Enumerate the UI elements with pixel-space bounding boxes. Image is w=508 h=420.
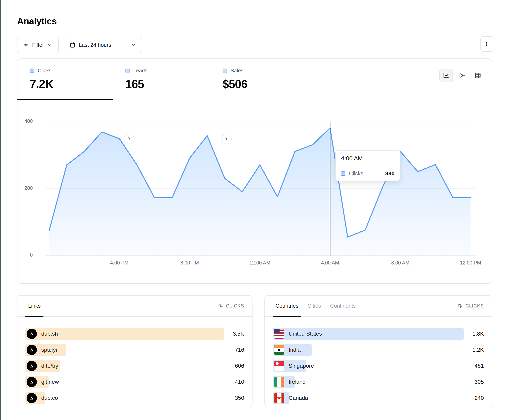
- filter-button[interactable]: Filter: [17, 37, 59, 53]
- row-label: git.new: [41, 379, 59, 385]
- tab-links[interactable]: Links: [28, 296, 41, 316]
- filter-label: Filter: [32, 42, 44, 48]
- list-item[interactable]: Singapore481: [273, 360, 484, 372]
- leads-value: 165: [125, 77, 210, 91]
- row-label: dub.sh: [41, 331, 58, 337]
- stat-tab-sales[interactable]: Sales $506: [210, 59, 307, 100]
- row-label: India: [289, 347, 301, 353]
- row-label: spti.fyi: [41, 347, 57, 353]
- flag-sg-icon: [274, 361, 284, 371]
- list-item[interactable]: Ireland305: [273, 376, 484, 388]
- cursor-click-icon: [457, 303, 463, 309]
- list-item[interactable]: spti.fyi716: [25, 344, 244, 356]
- flag-ie-icon: [274, 377, 284, 387]
- x-axis-tick: 4:00 AM: [321, 260, 339, 266]
- row-value: 240: [464, 395, 484, 401]
- chart-tooltip: 4:00 AM Clicks 380: [336, 150, 400, 181]
- tooltip-value: 380: [385, 170, 395, 177]
- tab-continents[interactable]: Continents: [330, 296, 356, 316]
- tab-countries[interactable]: Countries: [276, 296, 299, 316]
- x-axis: 4:00 PM8:00 PM12:00 AM4:00 AM8:00 AM12:0…: [46, 260, 475, 268]
- stats-row: Clicks 7.2K Leads 165 Sales $506: [17, 59, 492, 100]
- chart-type-toggles: [439, 69, 485, 82]
- y-axis-tick: 200: [11, 185, 33, 191]
- dub-logo-icon: [27, 377, 37, 387]
- metric-label: CLICKS: [466, 303, 484, 309]
- row-label: Singapore: [289, 363, 314, 369]
- row-label: d.to/try: [41, 363, 58, 369]
- cursor-click-icon: [218, 303, 224, 309]
- x-axis-tick: 12:00 PM: [460, 260, 481, 266]
- list-item[interactable]: United States1.8K: [273, 328, 484, 340]
- sales-value: $506: [223, 77, 307, 91]
- dub-logo-icon: [27, 345, 37, 355]
- links-rows: dub.sh3.5Kspti.fyi716d.to/try606git.new4…: [25, 328, 244, 404]
- flag-in-icon: [274, 345, 284, 355]
- kebab-menu-icon: [483, 41, 490, 47]
- links-panel: Links CLICKS dub.sh3.5Kspti.fyi716d.to/t…: [17, 295, 253, 407]
- row-value: 350: [224, 395, 244, 401]
- row-label: United States: [289, 331, 322, 337]
- table-icon: [474, 72, 481, 79]
- x-axis-tick: 12:00 AM: [249, 260, 270, 266]
- date-range-select[interactable]: Last 24 hours: [64, 37, 142, 53]
- stat-tab-leads[interactable]: Leads 165: [113, 59, 210, 100]
- row-value: 1.2K: [464, 347, 484, 353]
- metric-label: CLICKS: [226, 303, 244, 309]
- tooltip-series-swatch: [341, 171, 345, 176]
- row-value: 606: [224, 363, 244, 369]
- x-axis-tick: 8:00 AM: [391, 260, 409, 266]
- page-title: Analytics: [17, 16, 57, 27]
- tooltip-time: 4:00 AM: [336, 151, 400, 167]
- tab-cities[interactable]: Cities: [308, 296, 321, 316]
- flag-ca-icon: [274, 393, 284, 403]
- more-options-button[interactable]: [480, 36, 493, 52]
- row-value: 410: [224, 379, 244, 385]
- row-value: 305: [464, 379, 484, 385]
- dub-logo-icon: [27, 329, 37, 339]
- y-axis-tick: 0: [11, 252, 33, 258]
- tab-label: Continents: [330, 303, 356, 309]
- stat-label: Leads: [133, 68, 147, 74]
- tooltip-series-label: Clicks: [349, 171, 382, 177]
- list-item[interactable]: d.to/try606: [25, 360, 244, 372]
- stat-label: Clicks: [38, 68, 51, 74]
- geo-metric-button[interactable]: CLICKS: [457, 303, 484, 309]
- calendar-icon: [70, 42, 75, 48]
- stat-tab-clicks[interactable]: Clicks 7.2K: [17, 59, 113, 100]
- list-item[interactable]: dub.co350: [25, 392, 244, 404]
- filter-icon: [23, 42, 29, 48]
- row-label: Canada: [289, 395, 308, 401]
- table-toggle-button[interactable]: [471, 69, 485, 82]
- line-chart-toggle-button[interactable]: [439, 69, 453, 82]
- leads-legend-swatch: [125, 69, 130, 73]
- tab-label: Cities: [308, 303, 321, 309]
- row-value: 716: [224, 347, 244, 353]
- clicks-area-chart[interactable]: [46, 111, 475, 256]
- row-value: 1.8K: [464, 331, 484, 337]
- sales-legend-swatch: [223, 69, 227, 73]
- x-axis-tick: 4:00 PM: [110, 260, 128, 266]
- list-item[interactable]: India1.2K: [273, 344, 484, 356]
- dub-logo-icon: [27, 361, 37, 371]
- analytics-page: Analytics Filter Last 24 hours: [0, 0, 508, 420]
- geo-rows: United States1.8KIndia1.2KSingapore481Ir…: [273, 328, 484, 404]
- row-value: 481: [464, 363, 484, 369]
- tab-label: Links: [28, 303, 41, 309]
- chevron-down-icon: [47, 42, 52, 48]
- links-metric-button[interactable]: CLICKS: [218, 303, 244, 309]
- area-fill: [49, 128, 471, 256]
- list-item[interactable]: git.new410: [25, 376, 244, 388]
- chevron-down-icon: [131, 42, 136, 48]
- line-chart-icon: [442, 72, 450, 79]
- row-label: Ireland: [289, 379, 306, 385]
- list-item[interactable]: Canada240: [273, 392, 484, 404]
- funnel-chart-toggle-button[interactable]: [455, 69, 469, 82]
- clicks-value: 7.2K: [30, 77, 113, 91]
- date-range-label: Last 24 hours: [79, 42, 111, 48]
- list-item[interactable]: dub.sh3.5K: [25, 328, 244, 340]
- row-value: 3.5K: [224, 331, 244, 337]
- clicks-legend-swatch: [30, 69, 34, 73]
- dub-logo-icon: [27, 393, 37, 403]
- y-axis-tick: 400: [11, 118, 33, 124]
